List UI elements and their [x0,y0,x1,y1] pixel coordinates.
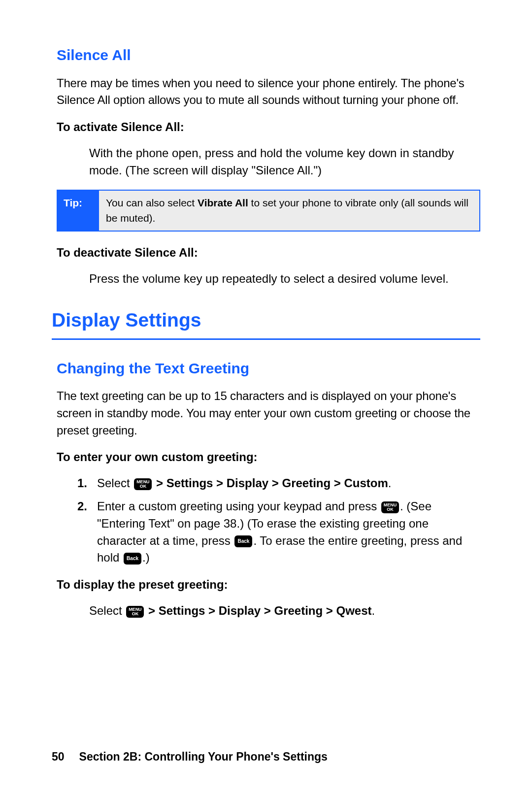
step1-path: > Settings > Display > Greeting > Custom [153,476,388,490]
step-1: Select MENUOK > Settings > Display > Gre… [77,475,480,492]
activate-heading: To activate Silence All: [57,119,480,136]
deactivate-heading: To deactivate Silence All: [57,244,480,262]
menu-ok-icon: MENUOK [134,478,152,490]
section-label: Section 2B: Controlling Your Phone's Set… [79,750,328,763]
step2-d: .) [142,551,150,564]
page-footer: 50Section 2B: Controlling Your Phone's S… [52,750,328,764]
step1-pre: Select [97,476,133,490]
tip-box: Tip: You can also select Vibrate All to … [57,190,480,232]
silence-intro: There may be times when you need to sile… [57,75,480,109]
tip-pre: You can also select [106,197,198,208]
custom-greeting-steps: Select MENUOK > Settings > Display > Gre… [77,475,480,566]
preset-path: > Settings > Display > Greeting > Qwest [145,604,371,617]
step2-a: Enter a custom greeting using your keypa… [97,499,380,513]
menu-ok-icon: MENUOK [126,606,144,618]
back-icon: Back [234,535,252,547]
tip-body: You can also select Vibrate All to set y… [99,191,479,231]
custom-greeting-heading: To enter your own custom greeting: [57,449,480,466]
menu-ok-icon: MENUOK [381,501,399,513]
deactivate-body: Press the volume key up repeatedly to se… [89,270,480,288]
tip-bold: Vibrate All [198,197,248,208]
preset-greeting-body: Select MENUOK > Settings > Display > Gre… [89,602,480,620]
greeting-intro: The text greeting can be up to 15 charac… [57,388,480,439]
preset-greeting-heading: To display the preset greeting: [57,576,480,594]
heading-text-greeting: Changing the Text Greeting [57,358,480,379]
preset-post: . [372,604,375,617]
tip-label: Tip: [58,191,99,231]
step1-post: . [388,476,392,490]
heading-silence-all: Silence All [57,44,480,66]
page-number: 50 [52,750,65,763]
step-2: Enter a custom greeting using your keypa… [77,498,480,566]
preset-pre: Select [89,604,125,617]
heading-display-settings: Display Settings [52,306,480,340]
back-icon: Back [124,553,141,565]
activate-body: With the phone open, press and hold the … [89,145,480,179]
